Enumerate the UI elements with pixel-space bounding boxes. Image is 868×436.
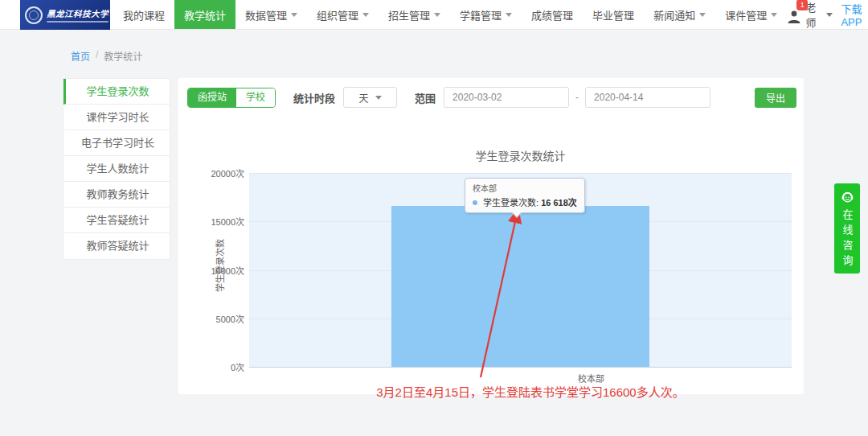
user-avatar[interactable]: 1 [787,5,797,24]
sidebar-item-student-logins[interactable]: 学生登录次数 [63,79,170,105]
user-icon [787,10,801,24]
gridline [249,173,792,174]
series-marker-icon [473,200,477,205]
breadcrumb-current: 教学统计 [104,49,142,63]
chevron-down-icon [362,13,369,17]
nav-item-enroll-mgmt[interactable]: 招生管理 [379,0,450,29]
chevron-down-icon [375,96,382,100]
download-app-link[interactable]: 下载APP [841,1,866,28]
tooltip-value: 16 618次 [541,198,577,208]
nav-item-grade-mgmt[interactable]: 成绩管理 [522,0,583,29]
tooltip-series-label: 学生登录次数: [483,198,538,208]
breadcrumb-separator: / [96,49,98,63]
nav-item-graduation-mgmt[interactable]: 毕业管理 [583,0,644,29]
breadcrumb-home[interactable]: 首页 [71,49,90,63]
period-label: 统计时段 [293,90,335,105]
university-emblem-icon [25,6,43,24]
chevron-down-icon [771,13,777,17]
notification-badge[interactable]: 1 [796,0,808,10]
university-name: 黑龙江科技大学 [47,7,108,19]
consult-label: 在线咨询 [840,209,855,270]
y-tick-label: 15000次 [211,215,244,228]
annotation-text: 3月2日至4月15日，学生登陆表书学堂学习16600多人次。 [249,383,812,400]
nav-item-label: 组织管理 [317,7,358,23]
date-to-input[interactable] [585,87,710,108]
y-tick-label: 20000次 [211,167,244,179]
sidebar-item-teacher-affairs[interactable]: 教师教务统计 [63,182,170,208]
nav-item-org-mgmt[interactable]: 组织管理 [307,0,379,29]
user-chevron-down-icon[interactable] [826,13,833,17]
chevron-down-icon [434,13,440,17]
chevron-down-icon [291,13,297,17]
nav-item-data-mgmt[interactable]: 数据管理 [235,0,307,29]
date-from-input[interactable] [444,87,569,108]
nav-item-label: 新闻通知 [653,7,695,23]
main-panel: 函授站 学校 统计时段 天 范围 - 导出 学生登录次数统计 学生登录次数 20… [178,78,804,394]
date-range-separator: - [575,92,579,103]
chevron-down-icon [699,13,706,17]
nav-item-label: 学籍管理 [460,7,502,23]
toggle-correspondence-station[interactable]: 函授站 [188,88,236,107]
sidebar-item-student-count[interactable]: 学生人数统计 [63,156,170,182]
sidebar-item-student-qa[interactable]: 学生答疑统计 [63,208,170,233]
nav-item-courseware-mgmt[interactable]: 课件管理 [715,0,787,29]
chart-title: 学生登录次数统计 [249,147,792,163]
tooltip-category: 校本部 [473,182,577,194]
y-tick-label: 10000次 [211,264,244,277]
y-tick-label: 5000次 [216,312,244,325]
sidebar-item-teacher-qa[interactable]: 教师答疑统计 [63,233,170,259]
sidebar-item-ebook-time[interactable]: 电子书学习时长 [63,130,170,156]
navbar-user-area: 1 老师 下载APP [787,0,868,29]
customer-service-icon [841,190,854,204]
nav-item-my-courses[interactable]: 我的课程 [113,0,174,29]
period-select[interactable]: 天 [343,87,397,108]
nav-menu: 我的课程 教学统计 数据管理 组织管理 招生管理 学籍管理 成绩管理 毕业管理 … [113,0,787,29]
chevron-down-icon [506,13,512,17]
y-tick-label: 0次 [231,360,244,373]
scope-toggle-group: 函授站 学校 [187,88,276,108]
export-button[interactable]: 导出 [755,88,796,108]
nav-item-news-notice[interactable]: 新闻通知 [644,0,715,29]
university-subtitle-line [47,21,108,23]
nav-item-label: 我的课程 [123,7,165,23]
range-label: 范围 [415,90,436,105]
sidebar-item-courseware-time[interactable]: 课件学习时长 [63,105,170,130]
nav-item-label: 成绩管理 [531,7,573,23]
toggle-school[interactable]: 学校 [236,88,275,107]
breadcrumb: 首页 / 教学统计 [71,49,142,63]
nav-item-label: 数据管理 [245,7,287,23]
nav-item-roll-mgmt[interactable]: 学籍管理 [450,0,522,29]
nav-item-label: 课件管理 [725,7,767,23]
nav-item-teaching-stats[interactable]: 教学统计 [174,0,235,29]
nav-item-label: 毕业管理 [592,7,634,23]
online-consult-button[interactable]: 在线咨询 [834,183,860,274]
period-select-value: 天 [359,91,369,105]
top-navbar: 黑龙江科技大学 我的课程 教学统计 数据管理 组织管理 招生管理 学籍管理 成绩… [0,0,868,30]
nav-item-label: 教学统计 [184,7,226,23]
university-logo[interactable]: 黑龙江科技大学 [20,0,110,30]
sidebar: 学生登录次数 课件学习时长 电子书学习时长 学生人数统计 教师教务统计 学生答疑… [63,78,170,260]
bar[interactable] [391,206,649,367]
chart-tooltip: 校本部 学生登录次数: 16 618次 [465,178,585,213]
nav-item-label: 招生管理 [388,7,430,23]
chart-toolbar: 函授站 学校 统计时段 天 范围 - 导出 [187,87,796,108]
